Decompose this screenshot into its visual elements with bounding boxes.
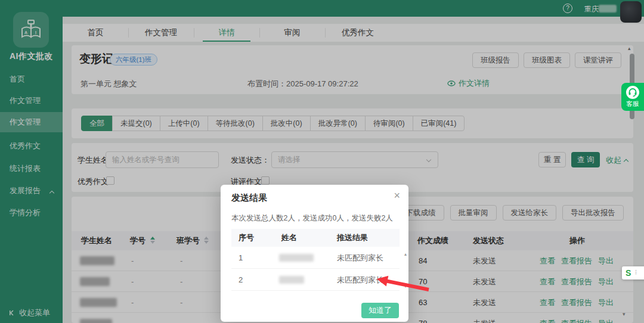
col-no: 序号 — [239, 229, 254, 247]
push-result: 未匹配到家长 — [337, 247, 383, 269]
row-no: 2 — [239, 269, 243, 291]
close-icon[interactable]: × — [394, 190, 400, 202]
col-name: 姓名 — [281, 229, 297, 247]
wps-more-icon: ⠇ — [634, 270, 639, 276]
modal-table-header: 序号 姓名 推送结果 — [231, 229, 400, 247]
student-name-redacted — [279, 276, 304, 284]
modal-table-row: 1 未匹配到家长 — [231, 247, 400, 269]
customer-service-label: 客服 — [621, 100, 644, 108]
row-no: 1 — [239, 247, 243, 269]
wps-float-widget[interactable]: S ⠇ — [622, 266, 644, 279]
modal-title: 发送结果 — [231, 192, 267, 204]
customer-service-button[interactable]: 客服 — [621, 83, 644, 111]
modal-scroll-up-icon[interactable]: ▴ — [404, 251, 407, 257]
headset-icon — [626, 86, 639, 99]
student-name-redacted — [279, 254, 314, 262]
send-summary: 本次发送总人数2人，发送成功0人，发送失败2人 — [231, 213, 403, 223]
app-screen: ? 重庆 A I AI作文批改 首页 作文管理 作文管理 优秀作文 统计报表 发… — [0, 0, 644, 323]
send-result-modal: 发送结果 × 本次发送总人数2人，发送成功0人，发送失败2人 序号 姓名 推送结… — [221, 185, 408, 322]
wps-logo-icon: S — [626, 266, 631, 279]
red-annotation-arrow — [372, 269, 432, 294]
col-push-result: 推送结果 — [337, 229, 368, 247]
got-it-button[interactable]: 知道了 — [361, 303, 399, 318]
